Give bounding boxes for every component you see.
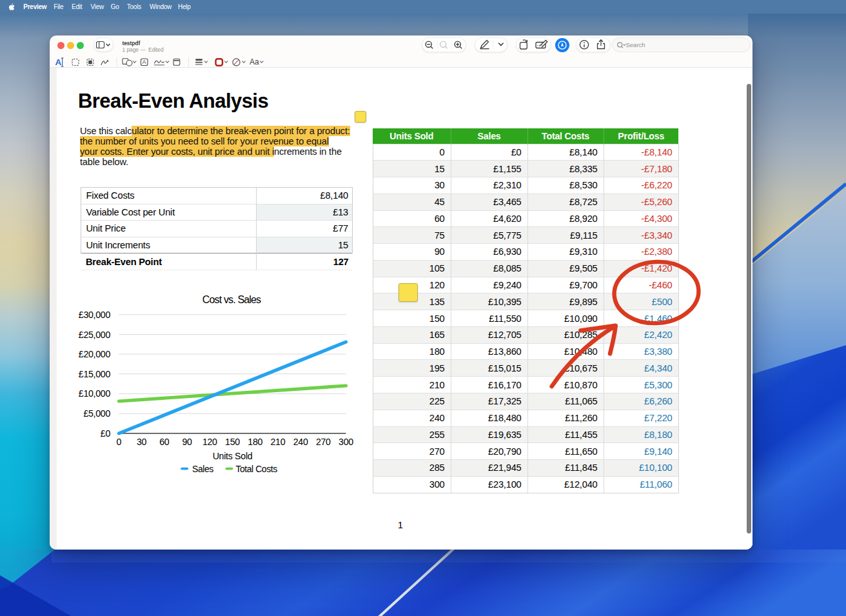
svg-text:Aa: Aa: [250, 57, 259, 66]
svg-text:A: A: [143, 59, 146, 65]
svg-text:A: A: [55, 57, 62, 67]
